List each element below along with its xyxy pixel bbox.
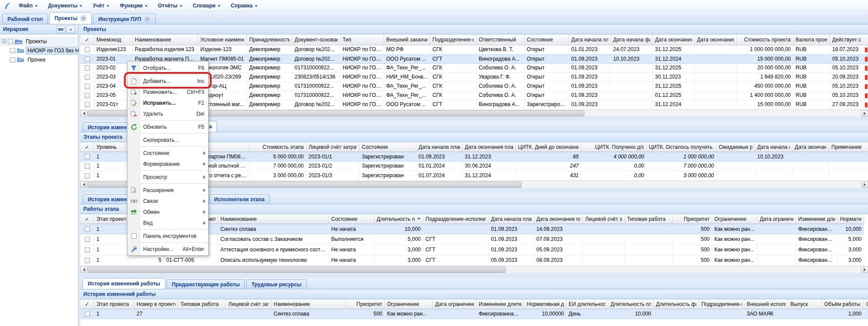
column-header[interactable]: Состояние: [360, 142, 416, 151]
scroll-right-button[interactable]: [861, 267, 868, 273]
column-header[interactable]: Этап проекта: [94, 214, 129, 223]
menubar-item-7[interactable]: Справка: [226, 1, 262, 10]
menubar-item-6[interactable]: Словари: [188, 1, 225, 10]
column-header[interactable]: Дата окончания ф: [695, 34, 737, 45]
menubar-item-1[interactable]: Файл: [14, 1, 42, 10]
column-header[interactable]: Наименование: [133, 34, 198, 45]
column-header[interactable]: Ограничение: [712, 214, 758, 223]
menu-item-filter[interactable]: Отобрать...F6: [127, 62, 208, 73]
column-header[interactable]: Стоимость этапа: [250, 142, 306, 151]
column-header[interactable]: Ожидаемые результаты: [717, 142, 755, 151]
column-header[interactable]: Приоритет: [673, 214, 712, 223]
row-checkbox[interactable]: [85, 237, 90, 242]
tree-item[interactable]: Прочее: [0, 55, 78, 64]
row-checkbox[interactable]: [85, 247, 90, 253]
table-row[interactable]: 1501-СГТ-005Описать используемую техноло…: [80, 255, 864, 266]
toolbar-panel-checkbox[interactable]: [131, 233, 137, 239]
tab-инструкции-пуп[interactable]: Инструкции ПУП✕: [93, 14, 155, 24]
tree-checkbox[interactable]: [8, 39, 13, 44]
column-header[interactable]: Подразделение-исполнитель..: [423, 214, 489, 223]
column-header[interactable]: Подразделение-ис: [699, 299, 744, 309]
column-header[interactable]: Изменение длител: [796, 214, 838, 223]
column-header[interactable]: Подразделение-от: [430, 34, 477, 45]
scroll-left-button[interactable]: [80, 182, 87, 188]
column-header[interactable]: Лицевой счёт затрат.: [306, 142, 360, 151]
row-checkbox[interactable]: [85, 75, 90, 80]
tree-checkbox[interactable]: [10, 57, 15, 62]
row-checkbox[interactable]: [85, 57, 90, 62]
column-header[interactable]: Стоимость проекта: [737, 34, 793, 45]
menubar-item-2[interactable]: Документы: [43, 1, 87, 10]
column-header[interactable]: Дата окончания п: [653, 34, 695, 45]
column-header[interactable]: Типовая работа: [625, 214, 673, 223]
tab-предшествующие-работы[interactable]: Предшествующие работы: [167, 279, 245, 289]
menu-item-refresh[interactable]: ОбновитьF5: [127, 121, 208, 132]
column-header[interactable]: Действует с: [830, 34, 868, 45]
column-header[interactable]: Дата ограничения: [758, 214, 796, 223]
scroll-left-button[interactable]: [80, 267, 87, 273]
column-header[interactable]: ✓: [80, 34, 94, 45]
column-header[interactable]: Ответственный: [477, 34, 525, 45]
column-header[interactable]: Ограничение: [385, 299, 433, 309]
column-header[interactable]: Внешний исполни: [744, 299, 788, 309]
menu-item-links[interactable]: Связи: [127, 196, 208, 206]
column-header[interactable]: Дата начала факт.: [611, 34, 653, 45]
tab-трудовые-ресурсы[interactable]: Трудовые ресурсы: [246, 279, 306, 289]
column-header[interactable]: Документ-основание: [292, 34, 340, 45]
column-header[interactable]: Длительность план: [374, 214, 423, 223]
column-header[interactable]: Дата ограничения: [433, 299, 477, 309]
column-header[interactable]: Состояние: [329, 214, 374, 223]
menubar-item-4[interactable]: Функции: [115, 1, 152, 10]
column-header[interactable]: ЦИТК. Получено д/с: [581, 142, 647, 151]
collapse-panel-button[interactable]: «: [66, 26, 75, 33]
column-header[interactable]: Мнемокод: [94, 34, 133, 45]
tab-close-icon[interactable]: ✕: [144, 16, 151, 22]
scroll-right-button[interactable]: [861, 182, 868, 188]
column-header[interactable]: ✓: [80, 214, 94, 223]
menu-item-edit[interactable]: Исправить...F2: [127, 97, 208, 108]
row-checkbox[interactable]: [85, 258, 90, 263]
column-header[interactable]: Валюта проекта: [793, 34, 830, 45]
tab-рабочий-стол[interactable]: Рабочий стол: [2, 14, 48, 24]
column-header[interactable]: Дата начала план.: [569, 34, 611, 45]
menu-checkbox[interactable]: [127, 233, 140, 239]
column-header[interactable]: Номер в проекте: [134, 299, 178, 309]
column-header[interactable]: ЦИТК. Осталось получить д/с: [647, 142, 717, 151]
scroll-right-button[interactable]: [861, 110, 868, 117]
column-header[interactable]: Нормативная длит: [838, 214, 864, 223]
horizontal-splitter[interactable]: [80, 273, 868, 278]
column-header[interactable]: Изменение длител: [477, 299, 525, 309]
row-checkbox[interactable]: [85, 93, 90, 98]
column-header[interactable]: Приоритет: [346, 299, 385, 309]
column-header[interactable]: Наименование: [218, 214, 329, 223]
row-checkbox[interactable]: [85, 84, 90, 89]
menu-item-delete[interactable]: УдалитьDel: [127, 108, 208, 119]
works-hscrollbar[interactable]: [80, 266, 868, 273]
menu-item-add[interactable]: Добавить...Ins: [127, 75, 208, 86]
row-checkbox[interactable]: [85, 65, 90, 71]
menu-item-duplicate[interactable]: Размножить...Ctrl+F3: [127, 86, 208, 97]
column-header[interactable]: Тип: [340, 34, 384, 45]
column-header[interactable]: Дата окончания ф: [793, 142, 829, 151]
column-header[interactable]: Уровень: [94, 142, 125, 151]
column-header[interactable]: ЦИТК. Дней до окончания: [516, 142, 581, 151]
column-header[interactable]: Лицевой счёт затр: [226, 299, 271, 309]
menu-item-extensions[interactable]: Расширения: [127, 185, 208, 196]
column-header[interactable]: Внешний заказчик: [384, 34, 430, 45]
column-header[interactable]: Лицевой счёт затр: [583, 214, 625, 223]
row-checkbox[interactable]: [85, 47, 90, 52]
tab-исполнители-этапа[interactable]: Исполнители этапа: [209, 194, 270, 204]
column-header[interactable]: Дата окончания план: [463, 142, 516, 151]
column-header[interactable]: Типовая работа: [178, 299, 226, 309]
tab-проекты[interactable]: Проекты✕: [49, 12, 92, 24]
row-checkbox[interactable]: [85, 164, 90, 169]
scroll-thumb[interactable]: [88, 267, 506, 273]
column-header[interactable]: Условное наименование: [198, 34, 247, 45]
tree-item[interactable]: Проекты: [0, 37, 78, 46]
row-checkbox[interactable]: [85, 312, 90, 317]
column-header[interactable]: Дата начала факт.: [755, 142, 793, 151]
table-row[interactable]: 127Синтез сплава500Как можно ран...Фикси…: [80, 309, 868, 319]
menu-item-exchange[interactable]: Обмен: [127, 206, 208, 217]
menu-item-settings[interactable]: Настройки...Alt+Enter: [127, 244, 208, 254]
tab-история-изменений-работы[interactable]: История изменений работы: [82, 278, 165, 289]
